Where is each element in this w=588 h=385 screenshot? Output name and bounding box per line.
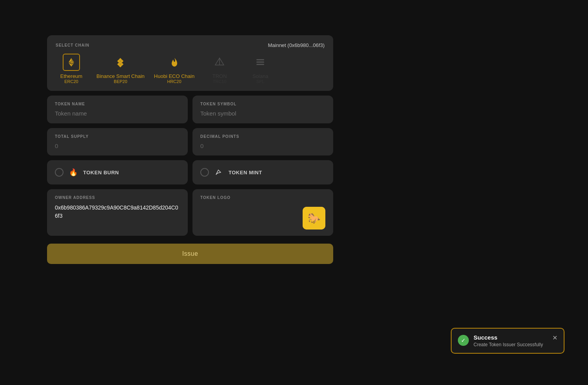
svg-rect-17	[256, 61, 264, 63]
ethereum-chain-sub: ERC20	[64, 79, 78, 84]
huobi-icon	[169, 56, 180, 68]
token-name-label: TOKEN NAME	[55, 102, 180, 106]
success-toast: ✓ Success Create Token Issuer Successful…	[451, 328, 564, 354]
huobi-icon-wrapper	[166, 54, 183, 71]
select-chain-card: SELECT CHAIN Mainnet (0x6b980...06f3) Et…	[47, 35, 333, 91]
svg-text:🐎: 🐎	[308, 212, 321, 224]
tron-icon-wrapper	[211, 54, 228, 71]
token-logo-label: TOKEN LOGO	[200, 195, 325, 200]
decimal-points-card: DECIMAL POINTS 0	[192, 128, 333, 155]
success-check-icon: ✓	[458, 335, 469, 346]
solana-icon-wrapper	[252, 54, 269, 71]
token-burn-card[interactable]: 🔥 TOKEN BURN	[47, 160, 188, 184]
toast-title: Success	[474, 334, 548, 341]
chain-options: Ethereum ERC20 Bin	[56, 54, 325, 84]
token-symbol-label: TOKEN SYMBOL	[200, 102, 325, 106]
owner-address-label: OWNER ADDRESS	[55, 195, 180, 200]
decimal-points-value: 0	[200, 143, 325, 149]
token-symbol-card: TOKEN SYMBOL	[192, 96, 333, 123]
burn-mint-row: 🔥 TOKEN BURN TOKEN MINT	[47, 160, 333, 184]
issue-button[interactable]: Issue	[47, 244, 333, 264]
chain-item-binance[interactable]: Binance Smart Chain BEP20	[96, 54, 145, 84]
total-supply-value: 0	[55, 143, 180, 149]
solana-icon	[254, 56, 266, 68]
token-name-input[interactable]	[55, 110, 180, 117]
total-supply-label: TOTAL SUPPLY	[55, 134, 180, 139]
tron-icon	[214, 56, 225, 68]
solana-chain-name: Solana	[252, 73, 268, 79]
network-info: Mainnet (0x6b980...06f3)	[268, 42, 325, 48]
tron-chain-name: TRON	[212, 73, 227, 79]
decimal-points-label: DECIMAL POINTS	[200, 134, 325, 139]
chain-item-huobi[interactable]: Huobi ECO Chain HRC20	[154, 54, 194, 84]
token-mint-label: TOKEN MINT	[229, 170, 262, 175]
solana-chain-sub: SPL	[256, 79, 265, 84]
token-mint-radio[interactable]	[200, 168, 209, 177]
select-chain-label: SELECT CHAIN	[56, 43, 89, 47]
binance-icon	[114, 56, 126, 68]
burn-icon: 🔥	[69, 168, 78, 177]
tron-chain-sub: TRC10	[213, 79, 227, 84]
owner-address-card: OWNER ADDRESS 0x6b980386A79329c9A90C8C9a…	[47, 189, 188, 236]
toast-close-button[interactable]: ✕	[552, 335, 557, 341]
token-logo-card[interactable]: TOKEN LOGO 🐎	[192, 189, 333, 236]
token-logo-svg: 🐎	[303, 207, 325, 230]
svg-rect-18	[256, 64, 264, 65]
mint-icon	[214, 168, 222, 176]
total-supply-card: TOTAL SUPPLY 0	[47, 128, 188, 155]
toast-message: Create Token Issuer Successfully	[474, 342, 548, 347]
chain-item-solana[interactable]: Solana SPL	[245, 54, 276, 84]
token-mint-card[interactable]: TOKEN MINT	[192, 160, 333, 184]
ethereum-icon	[66, 57, 77, 68]
token-name-symbol-row: TOKEN NAME TOKEN SYMBOL	[47, 96, 333, 123]
token-logo-image[interactable]: 🐎	[303, 207, 325, 230]
binance-chain-name: Binance Smart Chain	[96, 73, 145, 79]
toast-content: Success Create Token Issuer Successfully	[474, 334, 548, 347]
huobi-chain-name: Huobi ECO Chain	[154, 73, 194, 79]
supply-decimal-row: TOTAL SUPPLY 0 DECIMAL POINTS 0	[47, 128, 333, 155]
ethereum-icon-wrapper	[63, 54, 80, 71]
chain-item-tron[interactable]: TRON TRC10	[204, 54, 235, 84]
svg-rect-16	[256, 59, 264, 60]
chain-item-ethereum[interactable]: Ethereum ERC20	[56, 54, 87, 84]
binance-icon-wrapper	[112, 54, 129, 71]
token-burn-label: TOKEN BURN	[83, 170, 119, 175]
owner-address-value: 0x6b980386A79329c9A90C8C9a8142D85d204C06…	[55, 204, 180, 220]
main-form: SELECT CHAIN Mainnet (0x6b980...06f3) Et…	[47, 35, 333, 264]
token-burn-radio[interactable]	[55, 168, 64, 177]
chain-header: SELECT CHAIN Mainnet (0x6b980...06f3)	[56, 42, 325, 48]
huobi-chain-sub: HRC20	[167, 79, 181, 84]
ethereum-chain-name: Ethereum	[60, 73, 82, 79]
address-logo-row: OWNER ADDRESS 0x6b980386A79329c9A90C8C9a…	[47, 189, 333, 236]
token-name-card: TOKEN NAME	[47, 96, 188, 123]
token-symbol-input[interactable]	[200, 110, 325, 117]
binance-chain-sub: BEP20	[114, 79, 127, 84]
